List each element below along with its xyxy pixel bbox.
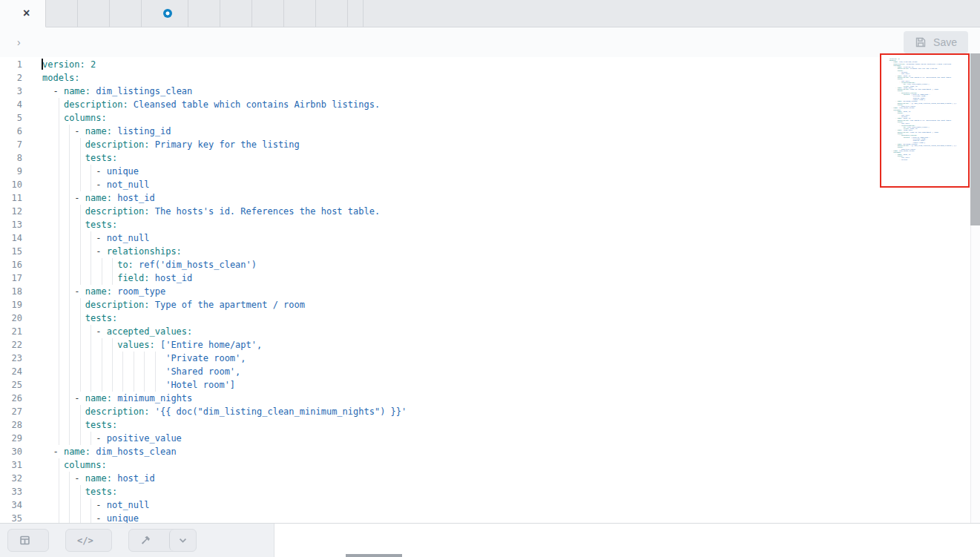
chevron-right-icon: › (12, 36, 26, 48)
line-number: 14 (0, 231, 22, 245)
save-button[interactable]: Save (904, 31, 968, 53)
code-line: 27 description: '{{ doc("dim_listing_cle… (0, 405, 980, 418)
line-number: 18 (0, 285, 22, 298)
code-line: 29 - positive_value (0, 432, 980, 445)
line-number: 22 (0, 338, 22, 352)
preview-button[interactable] (7, 529, 49, 552)
tab-bar-spacer (348, 0, 364, 27)
line-number: 11 (0, 191, 22, 205)
line-number: 4 (0, 98, 22, 111)
tab-no-nulls-in[interactable] (316, 0, 348, 27)
code-line: 8 tests: (0, 151, 980, 165)
code-line: 28 tests: (0, 418, 980, 432)
line-number: 30 (0, 445, 22, 458)
line-number: 23 (0, 352, 22, 365)
tab-dim-listings[interactable] (284, 0, 316, 27)
code-line: 4 description: Cleansed table which cont… (0, 98, 980, 111)
text-cursor (42, 59, 43, 70)
chevron-down-icon (177, 535, 188, 546)
editor-scrollbar-thumb[interactable] (970, 53, 980, 225)
line-number: 35 (0, 512, 22, 523)
tab-overview-md[interactable] (78, 0, 110, 27)
bottom-panel: </> (0, 523, 980, 557)
code-line: 6 - name: listing_id (0, 125, 980, 138)
code-line: 19 description: Type of the apartment / … (0, 298, 980, 312)
build-dropdown-button[interactable] (169, 530, 196, 551)
code-line: 13 tests: (0, 218, 980, 231)
code-editor[interactable]: 1version: 22models:3 - name: dim_listing… (0, 57, 980, 523)
close-icon[interactable]: × (23, 7, 30, 19)
code-line: 18 - name: room_type (0, 285, 980, 298)
line-number: 7 (0, 138, 22, 151)
line-number: 16 (0, 258, 22, 271)
code-line: 7 description: Primary key for the listi… (0, 138, 980, 151)
tab-sources-yml[interactable] (110, 0, 142, 27)
line-number: 5 (0, 111, 22, 125)
breadcrumb: › (12, 36, 26, 48)
tab-no-nulls-in[interactable] (46, 0, 78, 27)
code-line: 26 - name: minimum_nights (0, 392, 980, 405)
code-line: 17 field: host_id (0, 271, 980, 285)
file-header-bar: › Save (0, 27, 980, 57)
line-number: 15 (0, 245, 22, 258)
code-line: 24 'Shared room', (0, 365, 980, 378)
code-line: 5 columns: (0, 111, 980, 125)
line-number: 33 (0, 485, 22, 498)
line-number: 2 (0, 71, 22, 85)
dbt-ide-window: × › Save 1version: 22models:3 - name: di… (0, 0, 980, 557)
line-number: 3 (0, 85, 22, 98)
line-number: 27 (0, 405, 22, 418)
line-number: 17 (0, 271, 22, 285)
code-line: 34 - not_null (0, 498, 980, 512)
code-line: 1version: 2 (0, 58, 980, 71)
code-line: 20 tests: (0, 312, 980, 325)
build-button[interactable] (129, 530, 169, 551)
tab-src-reviews-sql[interactable] (252, 0, 284, 27)
editor-tab-bar: × (0, 0, 980, 27)
table-icon (19, 535, 30, 546)
code-line: 15 - relationships: (0, 245, 980, 258)
line-number: 10 (0, 178, 22, 191)
line-number: 13 (0, 218, 22, 231)
code-line: 12 description: The hosts's id. Referenc… (0, 205, 980, 218)
line-number: 21 (0, 325, 22, 338)
tab-dim-hosts[interactable] (142, 0, 188, 27)
code-line: 10 - not_null (0, 178, 980, 191)
line-number: 29 (0, 432, 22, 445)
line-number: 24 (0, 365, 22, 378)
minimap[interactable]: version: 2models: - name: dim_listings_c… (880, 53, 970, 188)
code-line: 25 'Hotel room'] (0, 378, 980, 392)
new-tab-button[interactable] (364, 0, 980, 27)
line-number: 26 (0, 392, 22, 405)
line-number: 32 (0, 472, 22, 485)
code-line: 23 'Private room', (0, 352, 980, 365)
code-line: 11 - name: host_id (0, 191, 980, 205)
hammer-icon (140, 535, 151, 546)
code-line: 9 - unique (0, 165, 980, 178)
line-number: 8 (0, 151, 22, 165)
code-line: 32 - name: host_id (0, 472, 980, 485)
line-number: 12 (0, 205, 22, 218)
line-number: 34 (0, 498, 22, 512)
result-panel-tabs (274, 524, 980, 557)
line-number: 28 (0, 418, 22, 432)
line-number: 19 (0, 298, 22, 312)
tab-src-listings-sql[interactable] (220, 0, 252, 27)
code-line: 22 values: ['Entire home/apt', (0, 338, 980, 352)
line-number: 9 (0, 165, 22, 178)
minimap-code-preview: version: 2models: - name: dim_listings_c… (886, 58, 970, 160)
compile-button[interactable]: </> (65, 529, 112, 552)
save-label: Save (933, 36, 957, 48)
build-button-group (128, 529, 197, 552)
save-icon (915, 36, 927, 48)
code-line: 30 - name: dim_hosts_clean (0, 445, 980, 458)
code-line: 14 - not_null (0, 231, 980, 245)
code-line: 21 - accepted_values: (0, 325, 980, 338)
action-buttons: </> (0, 524, 274, 557)
line-number: 31 (0, 458, 22, 472)
line-number: 20 (0, 312, 22, 325)
tab-dim-listings[interactable] (188, 0, 220, 27)
line-number: 6 (0, 125, 22, 138)
tab-schema-yml[interactable]: × (0, 0, 46, 27)
code-line: 2models: (0, 71, 980, 85)
